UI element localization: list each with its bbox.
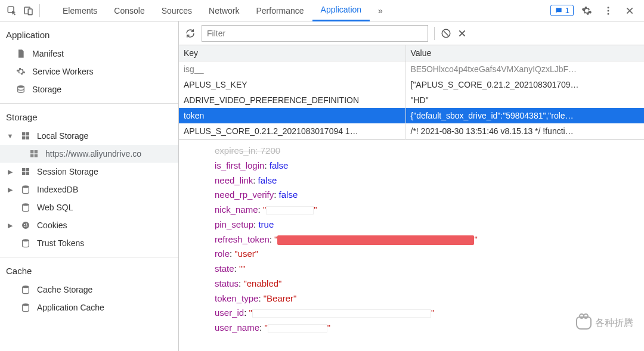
svg-rect-18	[26, 172, 29, 175]
filter-input[interactable]	[202, 25, 428, 42]
gear-icon	[16, 66, 26, 77]
storage-grid-icon	[20, 166, 31, 177]
tab-performance[interactable]: Performance	[247, 0, 312, 21]
sidebar-item-indexeddb[interactable]: ▶ IndexedDB	[0, 181, 178, 198]
tab-elements[interactable]: Elements	[54, 0, 106, 21]
value-preview: expires_in: 7200 is_first_login: falsene…	[179, 139, 644, 351]
section-heading-cache: Cache	[0, 262, 178, 281]
section-heading-storage: Storage	[0, 108, 178, 127]
panel-tabs: Elements Console Sources Network Perform…	[54, 0, 550, 21]
clear-all-icon[interactable]	[441, 28, 451, 39]
tab-console[interactable]: Console	[106, 0, 153, 21]
sidebar-item-origin[interactable]: https://www.aliyundrive.co	[0, 145, 178, 163]
storage-grid-icon	[20, 131, 31, 141]
table-row[interactable]: APLUS_LS_KEY["APLUS_S_CORE_0.21.2_202108…	[179, 77, 644, 92]
sidebar-item-cookies[interactable]: ▶ Cookies	[0, 216, 178, 234]
sidebar-item-session-storage[interactable]: ▶ Session Storage	[0, 163, 178, 181]
sidebar-item-manifest[interactable]: Manifest	[0, 45, 178, 63]
delete-icon[interactable]	[457, 29, 467, 38]
svg-point-28	[23, 303, 29, 306]
content-toolbar	[179, 21, 644, 45]
issues-badge[interactable]: 1	[550, 5, 574, 16]
divider	[0, 103, 178, 104]
database-icon	[20, 238, 31, 249]
storage-content: Key Value isg__BE5OHlxco4p4txeGafs4VMXan…	[179, 21, 644, 351]
tab-overflow[interactable]: »	[370, 0, 391, 21]
svg-rect-13	[30, 154, 33, 157]
tab-application[interactable]: Application	[312, 0, 370, 21]
svg-rect-2	[28, 9, 32, 15]
divider	[39, 4, 40, 17]
device-toggle-icon[interactable]	[20, 2, 37, 19]
gear-icon[interactable]	[578, 2, 595, 19]
svg-rect-8	[26, 132, 29, 135]
svg-point-4	[608, 10, 609, 11]
kebab-menu-icon[interactable]	[600, 2, 617, 19]
sidebar-item-local-storage[interactable]: ▼ Local Storage	[0, 127, 178, 145]
svg-rect-9	[22, 136, 25, 139]
svg-rect-11	[30, 150, 33, 153]
file-icon	[16, 48, 26, 59]
database-icon	[20, 184, 31, 195]
tab-network[interactable]: Network	[200, 0, 247, 21]
chevron-right-icon: ▶	[7, 186, 13, 194]
devtools-tab-bar: Elements Console Sources Network Perform…	[0, 0, 644, 21]
table-row[interactable]: ADRIVE_VIDEO_PREFERENCE_DEFINITION"HD"	[179, 92, 644, 108]
issues-count: 1	[565, 6, 569, 15]
storage-grid-icon	[29, 148, 39, 159]
svg-rect-17	[22, 172, 25, 175]
svg-rect-7	[22, 132, 25, 135]
svg-point-27	[23, 285, 29, 288]
svg-point-24	[24, 226, 26, 227]
svg-point-3	[608, 7, 609, 8]
table-row[interactable]: isg__BE5OHlxco4p4txeGafs4VMXanyIQzxLJbF…	[179, 61, 644, 77]
table-row[interactable]: APLUS_S_CORE_0.21.2_2021083017094 1…/*! …	[179, 123, 644, 139]
storage-table: Key Value isg__BE5OHlxco4p4txeGafs4VMXan…	[179, 45, 644, 139]
divider	[434, 27, 435, 40]
section-heading-application: Application	[0, 26, 178, 45]
sidebar-item-trust-tokens[interactable]: Trust Tokens	[0, 234, 178, 252]
table-row[interactable]: token{"default_sbox_drive_id":"59804381"…	[179, 108, 644, 123]
watermark: 各种折腾	[576, 316, 633, 330]
refresh-icon[interactable]	[185, 28, 196, 39]
toolbar-right: 1	[550, 2, 640, 19]
database-icon	[16, 84, 26, 95]
database-icon	[20, 284, 31, 295]
svg-rect-12	[35, 150, 38, 153]
svg-point-21	[22, 222, 29, 229]
svg-rect-16	[26, 168, 29, 171]
application-sidebar: Application Manifest Service Workers Sto…	[0, 21, 179, 351]
sidebar-item-websql[interactable]: Web SQL	[0, 198, 178, 216]
svg-point-5	[608, 13, 609, 14]
wechat-icon	[576, 316, 592, 330]
svg-point-20	[23, 203, 29, 206]
svg-point-23	[26, 223, 27, 225]
chevron-right-icon: ▶	[7, 168, 13, 176]
svg-rect-15	[22, 168, 25, 171]
chevron-right-icon: ▶	[7, 222, 13, 229]
sidebar-item-application-cache[interactable]: Application Cache	[0, 299, 178, 316]
svg-point-26	[23, 239, 29, 241]
svg-point-6	[18, 85, 24, 88]
svg-rect-14	[35, 154, 38, 157]
divider	[0, 257, 178, 257]
svg-point-22	[24, 224, 25, 225]
database-icon	[20, 302, 31, 313]
tab-sources[interactable]: Sources	[153, 0, 200, 21]
sidebar-item-cache-storage[interactable]: Cache Storage	[0, 281, 178, 299]
close-icon[interactable]	[621, 2, 638, 19]
chevron-down-icon: ▼	[7, 132, 13, 139]
inspect-element-icon[interactable]	[4, 2, 20, 19]
svg-rect-10	[26, 136, 29, 139]
database-icon	[20, 202, 31, 213]
svg-point-19	[23, 185, 29, 188]
sidebar-item-service-workers[interactable]: Service Workers	[0, 63, 178, 80]
col-key[interactable]: Key	[179, 45, 405, 61]
cookie-icon	[20, 220, 31, 231]
sidebar-item-storage-overview[interactable]: Storage	[0, 80, 178, 98]
svg-point-25	[26, 225, 27, 226]
col-value[interactable]: Value	[405, 45, 644, 61]
preview-cut-line: expires_in: 7200	[215, 144, 639, 159]
